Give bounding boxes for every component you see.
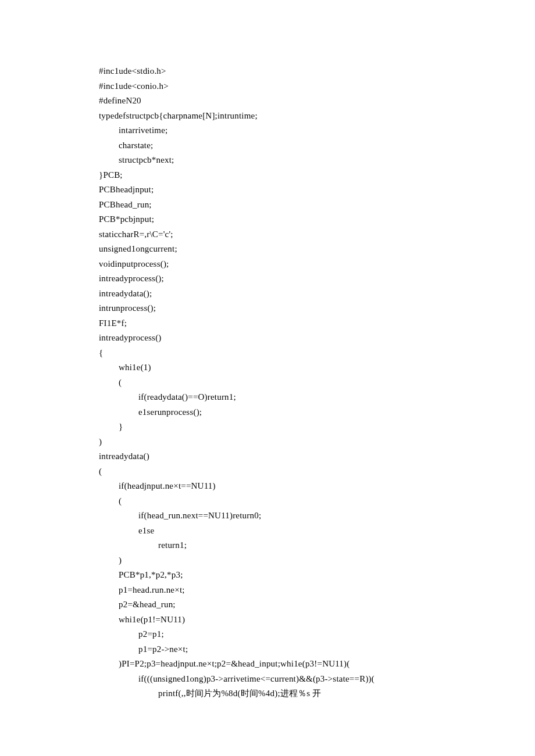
code-line: intrunprocess();	[99, 301, 535, 316]
code-line: (	[99, 494, 535, 509]
code-line: (	[99, 375, 535, 390]
code-line: p1=head.run.ne×t;	[99, 583, 535, 598]
code-line: (	[99, 464, 535, 479]
code-line: intreadyprocess()	[99, 331, 535, 346]
code-line: }PCB;	[99, 168, 535, 183]
code-line: }	[99, 420, 535, 435]
code-line: charstate;	[99, 138, 535, 153]
code-line: if(((unsigned1ong)p3->arrivetime<=curren…	[99, 672, 535, 687]
code-line: structpcb*next;	[99, 153, 535, 168]
code-line: )PI=P2;p3=headjnput.ne×t;p2=&head_input;…	[99, 657, 535, 672]
code-line: unsigned1ongcurrent;	[99, 242, 535, 257]
code-line: FI1E*f;	[99, 316, 535, 331]
code-line: whi1e(p1!=NU11)	[99, 612, 535, 628]
document-page: #inc1ude<stdio.h> #inc1ude<conio.h> #def…	[0, 0, 535, 756]
code-line: PCBhead_run;	[99, 198, 535, 213]
code-line: if(readydata()==O)return1;	[99, 390, 535, 405]
code-block: #inc1ude<stdio.h> #inc1ude<conio.h> #def…	[99, 64, 535, 701]
code-line: #defineN20	[99, 94, 535, 109]
code-line: typedefstructpcb{charpname[N];intruntime…	[99, 109, 535, 124]
code-line: printf(,,时间片为%8d(时间%4d);进程％s 开	[99, 686, 535, 701]
code-line: {	[99, 346, 535, 361]
code-line: PCB*p1,*p2,*p3;	[99, 568, 535, 583]
code-line: PCBheadjnput;	[99, 182, 535, 198]
code-line: #inc1ude<conio.h>	[99, 79, 535, 94]
code-line: if(headjnput.ne×t==NU11)	[99, 479, 535, 494]
code-line: )	[99, 553, 535, 568]
code-line: staticcharR=,r\C='c';	[99, 227, 535, 242]
code-line: intreadydata();	[99, 286, 535, 302]
code-line: intarrivetime;	[99, 123, 535, 138]
code-line: return1;	[99, 538, 535, 553]
code-line: p2=&head_run;	[99, 597, 535, 612]
code-line: intreadyprocess();	[99, 271, 535, 286]
code-line: if(head_run.next==NU11)return0;	[99, 508, 535, 524]
code-line: e1se	[99, 524, 535, 539]
code-line: p2=p1;	[99, 627, 535, 642]
code-line: voidinputprocess();	[99, 257, 535, 272]
code-line: )	[99, 435, 535, 450]
code-line: p1=p2->ne×t;	[99, 642, 535, 657]
code-line: whi1e(1)	[99, 360, 535, 375]
code-line: e1serunprocess();	[99, 405, 535, 420]
code-line: #inc1ude<stdio.h>	[99, 64, 535, 79]
code-line: intreadydata()	[99, 449, 535, 464]
code-line: PCB*pcbjnput;	[99, 212, 535, 227]
